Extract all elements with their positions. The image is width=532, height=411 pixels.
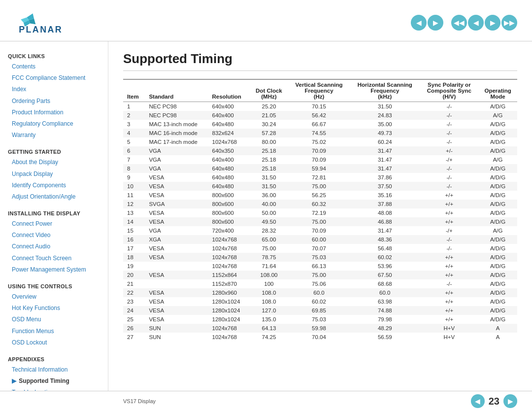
sidebar-item-overview[interactable]: Overview — [0, 291, 108, 303]
table-cell: 15 — [123, 226, 145, 235]
table-cell: A — [478, 333, 517, 342]
table-cell: 1024x768 — [208, 262, 249, 271]
sidebar-item-index[interactable]: Index — [0, 84, 108, 95]
table-cell: 37.86 — [350, 173, 420, 182]
table-cell: 31.47 — [350, 146, 420, 155]
table-cell: 1024x768 — [208, 244, 249, 253]
table-cell: VESA — [145, 288, 208, 297]
table-row: 2NEC PC98640x40021.0556.4224.83-/-A/G — [123, 111, 517, 120]
table-cell: 48.08 — [350, 208, 420, 217]
table-cell: 21.05 — [250, 111, 288, 120]
table-row: 4MAC 16-inch mode832x62457.2874.5549.73-… — [123, 129, 517, 137]
sidebar-item-osd-lockout[interactable]: OSD Lockout — [0, 337, 108, 348]
sidebar-item-warranty[interactable]: Warranty — [0, 130, 108, 141]
table-cell: VESA — [145, 173, 208, 182]
table-cell: 16 — [123, 235, 145, 244]
table-row: 14VESA800x60049.5075.0046.88+/+A/D/G — [123, 217, 517, 226]
content-area: Supported Timing Item Standard Resolutio… — [108, 41, 532, 391]
table-cell: 800x600 — [208, 191, 249, 200]
table-cell: 1024x768 — [208, 324, 249, 333]
table-cell: 10 — [123, 182, 145, 191]
sidebar-item-unpack[interactable]: Unpack Display — [0, 169, 108, 180]
table-cell: 59.98 — [288, 324, 350, 333]
table-cell: A/D/G — [478, 262, 517, 271]
table-cell: 640x350 — [208, 146, 249, 155]
sidebar-item-about-display[interactable]: About the Display — [0, 157, 108, 168]
nav-prev2-button[interactable]: ◀ — [468, 15, 484, 31]
table-cell: A/G — [478, 111, 517, 120]
table-row: 24VESA1280x1024127.069.8574.88+/+A/D/G — [123, 306, 517, 315]
supported-timing-table: Item Standard Resolution Dot Clock(MHz) … — [123, 79, 517, 342]
table-cell: 25.20 — [250, 102, 288, 111]
table-cell: 640x480 — [208, 164, 249, 173]
table-cell: 24.83 — [350, 111, 420, 120]
table-cell: 69.85 — [288, 306, 350, 315]
current-page-arrow: ▶ — [12, 377, 16, 386]
table-cell: 74.88 — [350, 306, 420, 315]
footer-next-button[interactable]: ▶ — [503, 394, 517, 408]
table-cell: 1024x768 — [208, 253, 249, 262]
table-cell: 75.00 — [288, 217, 350, 226]
table-cell: 64.13 — [250, 324, 288, 333]
table-cell: 75.03 — [288, 253, 350, 262]
sidebar-item-regulatory[interactable]: Regulatory Compliance — [0, 118, 108, 130]
nav-next2-button[interactable]: ▶ — [485, 15, 500, 31]
table-cell: 75.02 — [288, 137, 350, 146]
table-cell: 6 — [123, 146, 145, 155]
sidebar-item-troubleshooting[interactable]: Troubleshooting — [0, 387, 108, 391]
sidebar-item-hotkey[interactable]: Hot Key Functions — [0, 303, 108, 314]
table-cell: -/- — [420, 129, 478, 137]
table-cell: A/D/G — [478, 288, 517, 297]
table-cell: 800x600 — [208, 200, 249, 208]
table-row: 20VESA1152x864108.0075.0067.50+/+A/D/G — [123, 271, 517, 279]
sidebar-item-adjust[interactable]: Adjust Orientation/Angle — [0, 191, 108, 203]
page-nav: ◀ 23 ▶ — [471, 394, 517, 408]
sidebar-item-connect-touch[interactable]: Connect Touch Screen — [0, 253, 108, 264]
table-cell: +/+ — [420, 271, 478, 279]
table-cell: 22 — [123, 288, 145, 297]
table-cell: A/D/G — [478, 235, 517, 244]
table-cell: A/D/G — [478, 173, 517, 182]
table-cell: 19 — [123, 262, 145, 271]
table-cell: A/G — [478, 155, 517, 164]
table-cell: +/+ — [420, 262, 478, 271]
table-cell: 78.75 — [250, 253, 288, 262]
sidebar-item-connect-audio[interactable]: Connect Audio — [0, 241, 108, 252]
col-header-dotclock: Dot Clock(MHz) — [250, 79, 288, 102]
sidebar-item-contents[interactable]: Contents — [0, 61, 108, 72]
table-cell: VESA — [145, 253, 208, 262]
table-cell: 36.00 — [250, 191, 288, 200]
nav-next-button[interactable]: ▶ — [428, 15, 443, 31]
col-header-mode: OperatingMode — [478, 79, 517, 102]
sidebar-item-function-menus[interactable]: Function Menus — [0, 326, 108, 337]
sidebar-item-supported-timing[interactable]: ▶ Supported Timing — [0, 376, 108, 387]
header: PLANAR ◀ ▶ ◀◀ ◀ ▶ ▶▶ — [0, 0, 532, 41]
sidebar-section-controls: Using the Controls — [0, 279, 108, 291]
nav-last-button[interactable]: ▶▶ — [501, 15, 517, 31]
sidebar-section-appendixes: Appendixes — [0, 352, 108, 364]
sidebar-item-identify[interactable]: Identify Components — [0, 180, 108, 191]
sidebar-item-tech-info[interactable]: Technical Information — [0, 364, 108, 376]
table-cell: +/+ — [420, 253, 478, 262]
table-cell: -/+ — [420, 226, 478, 235]
table-cell: 48.36 — [350, 235, 420, 244]
sidebar-item-osd-menu[interactable]: OSD Menu — [0, 314, 108, 325]
sidebar-item-connect-video[interactable]: Connect Video — [0, 230, 108, 241]
table-cell: -/+ — [420, 155, 478, 164]
table-cell: 56.48 — [350, 244, 420, 253]
table-cell: VGA — [145, 164, 208, 173]
footer-prev-button[interactable]: ◀ — [471, 394, 485, 408]
table-cell: VESA — [145, 182, 208, 191]
table-cell: 20 — [123, 271, 145, 279]
table-cell: -/- — [420, 120, 478, 129]
sidebar-item-product-info[interactable]: Product Information — [0, 107, 108, 118]
table-cell: 108.00 — [250, 271, 288, 279]
table-cell: 74.55 — [288, 129, 350, 137]
sidebar-item-fcc[interactable]: FCC Compliance Statement — [0, 72, 108, 84]
sidebar-item-power-mgmt[interactable]: Power Management System — [0, 264, 108, 275]
sidebar-item-connect-power[interactable]: Connect Power — [0, 218, 108, 230]
table-cell: 59.94 — [288, 164, 350, 173]
sidebar-item-ordering[interactable]: Ordering Parts — [0, 96, 108, 107]
nav-first-button[interactable]: ◀◀ — [451, 15, 467, 31]
nav-prev-button[interactable]: ◀ — [411, 15, 427, 31]
